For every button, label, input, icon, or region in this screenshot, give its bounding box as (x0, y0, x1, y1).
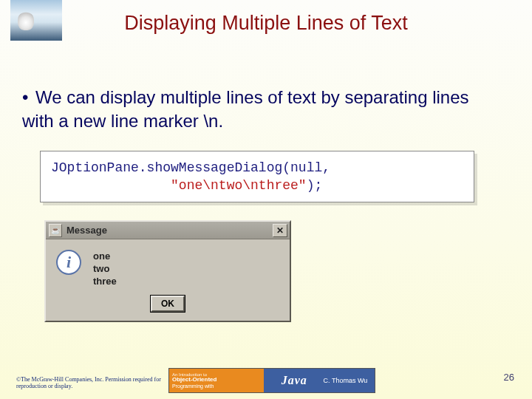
message-dialog: ☕ Message ✕ i one two three OK (44, 220, 291, 322)
code-string: "one\ntwo\nthree" (171, 178, 307, 193)
slide-title: Displaying Multiple Lines of Text (0, 12, 532, 35)
bullet-text: We can display multiple lines of text by… (22, 87, 469, 131)
close-button[interactable]: ✕ (273, 224, 287, 237)
book-java-logo: Java (270, 374, 319, 387)
book-toptext: An Introduction to (172, 372, 267, 377)
book-maintext: Object-Oriented (172, 377, 267, 383)
code-call: JOptionPane.showMessageDialog(null, (51, 160, 330, 175)
info-icon: i (56, 250, 81, 275)
message-line: three (93, 276, 117, 287)
message-line: two (93, 263, 117, 274)
message-text: one two three (93, 250, 117, 287)
ok-button[interactable]: OK (151, 296, 185, 312)
dialog-title: Message (66, 225, 268, 236)
bullet-point: •We can display multiple lines of text b… (22, 86, 495, 134)
book-subtext: Programming with (172, 383, 267, 389)
dialog-titlebar: ☕ Message ✕ (46, 222, 290, 239)
textbook-banner: An Introduction to Object-Oriented Progr… (168, 368, 375, 393)
message-line: one (93, 250, 117, 262)
code-terminator: ); (307, 178, 323, 193)
close-icon: ✕ (276, 226, 284, 235)
copyright-notice: ©The McGraw-Hill Companies, Inc. Permiss… (16, 376, 164, 390)
java-cup-icon: ☕ (49, 224, 62, 237)
code-sample: JOptionPane.showMessageDialog(null, "one… (40, 151, 474, 202)
bullet-marker: • (22, 86, 35, 109)
page-number: 26 (504, 372, 514, 383)
book-author: C. Thomas Wu (319, 377, 375, 384)
